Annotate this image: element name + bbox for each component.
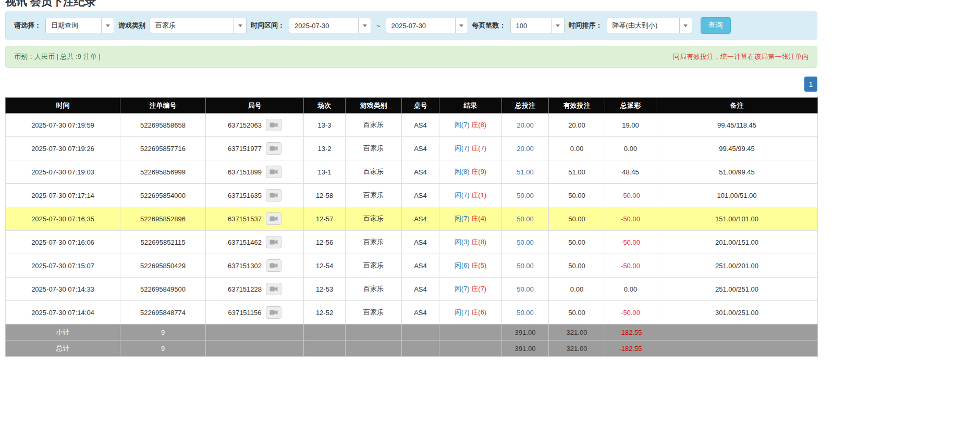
table-row: 2025-07-30 07:16:06522695852115637151462… <box>6 231 818 254</box>
chevron-down-icon[interactable] <box>679 18 692 33</box>
chevron-down-icon[interactable] <box>358 18 371 33</box>
result-player: 闲(7) <box>455 191 470 199</box>
cell-payout: 0.00 <box>605 137 656 160</box>
total-bet-link[interactable]: 50.00 <box>517 192 534 199</box>
video-replay-icon <box>270 239 278 245</box>
cell-remark: 99.45/118.45 <box>656 114 818 137</box>
cell-valid-bet: 50.00 <box>549 231 605 254</box>
total-bet-link[interactable]: 50.00 <box>517 262 534 270</box>
total-bet-link[interactable]: 20.00 <box>517 145 534 153</box>
cell-payout: 48.45 <box>605 160 656 184</box>
table-row: 2025-07-30 07:19:59522695858658637152063… <box>6 114 818 137</box>
cell-session: 12-52 <box>304 301 346 324</box>
result-banker: 庄(6) <box>471 308 486 316</box>
cell-table: AS4 <box>402 160 439 184</box>
result-player: 闲(3) <box>455 238 470 246</box>
cell-remark: 251.00/251.00 <box>656 278 818 301</box>
total-bet-link[interactable]: 50.00 <box>517 285 534 293</box>
col-bet-id: 注单编号 <box>120 98 206 114</box>
bet-records-table: 时间 注单编号 局号 场次 游戏类别 桌号 结果 总投注 有效投注 总派彩 备注… <box>5 97 818 357</box>
video-replay-button[interactable] <box>266 283 281 295</box>
date-to-input[interactable]: 2025-07-30 <box>386 18 468 33</box>
valid-bet-note: 同局有效投注，统一计算在该局第一张注单内 <box>673 52 808 61</box>
cell-round: 637151302 <box>206 254 304 278</box>
content: 视讯 会员下注纪录 请选择： 日期查询 游戏类别 百家乐 时间区间： 2025-… <box>5 0 817 357</box>
chevron-down-icon[interactable] <box>234 18 246 33</box>
cell-remark: 251.00/201.00 <box>656 254 818 278</box>
summary-bar: 币别：人民币 | 总共 :9 注单 | 同局有效投注，统一计算在该局第一张注单内 <box>5 46 817 68</box>
cell-valid-bet: 20.00 <box>549 114 605 137</box>
cell-valid-bet: 51.00 <box>549 160 605 184</box>
chevron-down-icon[interactable] <box>101 18 114 33</box>
col-table: 桌号 <box>402 98 439 114</box>
cell-round: 637151462 <box>206 231 304 254</box>
col-result: 结果 <box>439 98 502 114</box>
footer-label: 小计 <box>6 324 120 341</box>
cell-payout: -50.00 <box>605 301 656 324</box>
cell-bet-id: 522695852115 <box>120 231 206 254</box>
cell-total-bet: 50.00 <box>502 278 549 301</box>
table-header-row: 时间 注单编号 局号 场次 游戏类别 桌号 结果 总投注 有效投注 总派彩 备注 <box>6 98 818 114</box>
page-size-select[interactable]: 100 <box>510 18 565 33</box>
date-from-input[interactable]: 2025-07-30 <box>289 18 371 33</box>
video-replay-button[interactable] <box>266 142 281 155</box>
result-banker: 庄(8) <box>471 238 486 246</box>
result-player: 闲(7) <box>455 215 470 222</box>
video-replay-icon <box>270 262 278 269</box>
cell-session: 13-1 <box>304 160 346 184</box>
filter-bar: 请选择： 日期查询 游戏类别 百家乐 时间区间： 2025-07-30 ~ 20… <box>5 11 817 40</box>
table-footer-row: 小计9391.00321.00-182.55 <box>6 324 818 341</box>
video-replay-button[interactable] <box>266 306 281 319</box>
cell-valid-bet: 0.00 <box>549 137 605 160</box>
table-row: 2025-07-30 07:14:33522695849500637151228… <box>6 278 818 301</box>
video-replay-icon <box>270 145 278 152</box>
cell-round: 637151977 <box>206 137 304 160</box>
video-replay-button[interactable] <box>266 189 281 202</box>
page-size-label: 每页笔数： <box>472 21 506 30</box>
cell-game-type: 百家乐 <box>346 231 402 254</box>
cell-session: 13-2 <box>304 137 346 160</box>
video-replay-button[interactable] <box>266 259 281 272</box>
time-sort-select[interactable]: 降幂(由大到小) <box>607 18 692 33</box>
cell-session: 13-3 <box>304 114 346 137</box>
result-player: 闲(7) <box>455 285 470 293</box>
cell-remark: 301.00/251.00 <box>656 301 818 324</box>
cell-time: 2025-07-30 07:16:35 <box>6 207 120 231</box>
cell-result: 闲(7) 庄(4) <box>439 207 502 231</box>
query-type-select[interactable]: 日期查询 <box>45 18 114 33</box>
cell-remark: 51.00/99.45 <box>656 160 818 184</box>
cell-total-bet: 20.00 <box>502 114 549 137</box>
chevron-down-icon[interactable] <box>552 18 564 33</box>
cell-time: 2025-07-30 07:17:14 <box>6 184 120 207</box>
col-total-bet: 总投注 <box>502 98 549 114</box>
total-bet-link[interactable]: 51.00 <box>517 168 534 176</box>
video-replay-button[interactable] <box>266 236 281 248</box>
video-replay-button[interactable] <box>266 119 281 131</box>
result-banker: 庄(7) <box>471 144 486 152</box>
cell-round: 637151537 <box>206 207 304 231</box>
footer-count: 9 <box>120 324 206 341</box>
table-row: 2025-07-30 07:15:07522695850429637151302… <box>6 254 818 278</box>
round-number: 637151462 <box>228 238 262 246</box>
search-button[interactable]: 查询 <box>701 17 731 34</box>
video-replay-button[interactable] <box>266 166 281 178</box>
result-player: 闲(7) <box>455 144 470 152</box>
cell-table: AS4 <box>402 184 439 207</box>
result-banker: 庄(5) <box>471 261 486 269</box>
cell-time: 2025-07-30 07:19:03 <box>6 160 120 184</box>
chevron-down-icon[interactable] <box>455 18 468 33</box>
game-type-select[interactable]: 百家乐 <box>150 18 247 33</box>
cell-payout: 19.00 <box>605 114 656 137</box>
total-bet-link[interactable]: 50.00 <box>517 238 534 246</box>
cell-table: AS4 <box>402 301 439 324</box>
total-bet-link[interactable]: 20.00 <box>517 121 534 129</box>
total-bet-link[interactable]: 50.00 <box>517 309 534 317</box>
total-bet-link[interactable]: 50.00 <box>517 215 534 223</box>
cell-result: 闲(7) 庄(7) <box>439 278 502 301</box>
col-game-type: 游戏类别 <box>346 98 402 114</box>
footer-count: 9 <box>120 341 206 357</box>
footer-valid-bet: 321.00 <box>549 341 605 357</box>
page-button-1[interactable]: 1 <box>804 77 817 92</box>
table-row: 2025-07-30 07:19:26522695857716637151977… <box>6 137 818 160</box>
video-replay-button[interactable] <box>266 212 281 225</box>
